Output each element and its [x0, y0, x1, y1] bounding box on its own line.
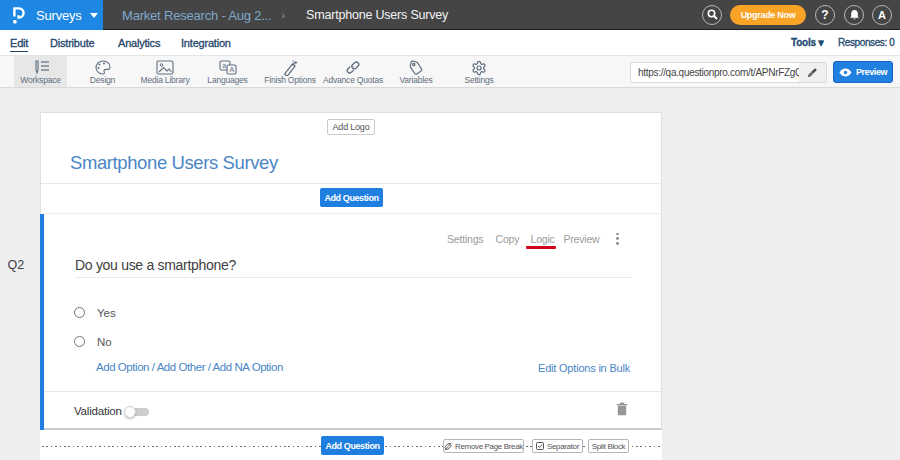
svg-text:A: A — [229, 66, 234, 73]
svg-text:a: a — [222, 62, 226, 69]
